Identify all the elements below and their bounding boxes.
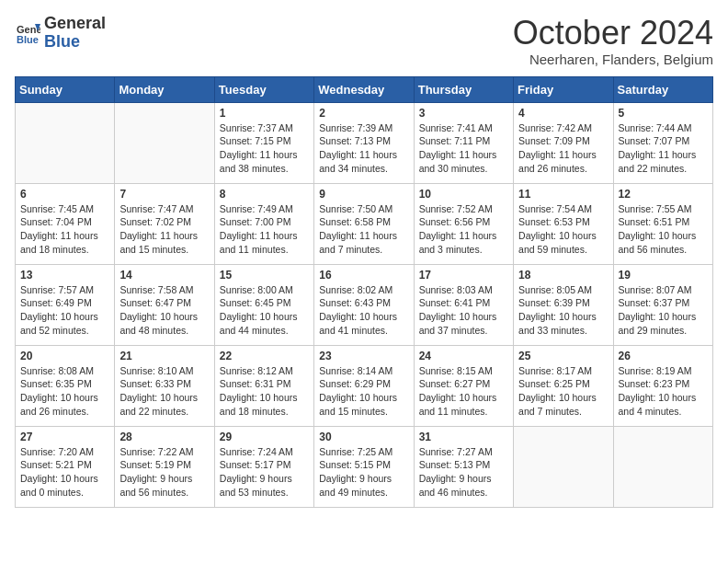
day-number: 1 <box>220 107 309 120</box>
day-info: Sunrise: 7:24 AM Sunset: 5:17 PM Dayligh… <box>220 445 309 500</box>
day-info: Sunrise: 8:10 AM Sunset: 6:33 PM Dayligh… <box>119 364 209 419</box>
calendar-day-cell: 8Sunrise: 7:49 AM Sunset: 7:00 PM Daylig… <box>214 183 313 264</box>
day-info: Sunrise: 7:50 AM Sunset: 6:58 PM Dayligh… <box>319 202 408 257</box>
calendar-day-cell: 1Sunrise: 7:37 AM Sunset: 7:15 PM Daylig… <box>214 102 313 183</box>
day-info: Sunrise: 8:15 AM Sunset: 6:27 PM Dayligh… <box>419 364 508 419</box>
day-info: Sunrise: 7:25 AM Sunset: 5:15 PM Dayligh… <box>319 445 408 500</box>
logo-text: General Blue <box>44 15 106 52</box>
day-number: 12 <box>619 188 708 201</box>
calendar-day-cell: 22Sunrise: 8:12 AM Sunset: 6:31 PM Dayli… <box>214 345 313 426</box>
calendar-day-cell: 10Sunrise: 7:52 AM Sunset: 6:56 PM Dayli… <box>414 183 513 264</box>
calendar-day-cell: 26Sunrise: 8:19 AM Sunset: 6:23 PM Dayli… <box>613 345 712 426</box>
calendar-day-cell: 25Sunrise: 8:17 AM Sunset: 6:25 PM Dayli… <box>514 345 613 426</box>
month-title: October 2024 <box>513 15 713 52</box>
day-info: Sunrise: 7:47 AM Sunset: 7:02 PM Dayligh… <box>119 202 209 257</box>
day-number: 16 <box>319 269 408 282</box>
day-info: Sunrise: 8:08 AM Sunset: 6:35 PM Dayligh… <box>20 364 109 419</box>
calendar-day-cell: 14Sunrise: 7:58 AM Sunset: 6:47 PM Dayli… <box>115 264 214 345</box>
calendar-day-cell: 13Sunrise: 7:57 AM Sunset: 6:49 PM Dayli… <box>16 264 115 345</box>
calendar-day-cell: 9Sunrise: 7:50 AM Sunset: 6:58 PM Daylig… <box>314 183 414 264</box>
day-number: 18 <box>518 269 608 282</box>
day-number: 20 <box>20 350 109 362</box>
day-number: 23 <box>319 350 408 362</box>
title-block: October 2024 Neerharen, Flanders, Belgiu… <box>513 15 713 67</box>
day-info: Sunrise: 7:45 AM Sunset: 7:04 PM Dayligh… <box>20 202 109 257</box>
day-number: 22 <box>220 350 309 362</box>
weekday-header: Friday <box>514 76 613 102</box>
calendar-week-row: 6Sunrise: 7:45 AM Sunset: 7:04 PM Daylig… <box>16 183 713 264</box>
calendar-day-cell: 30Sunrise: 7:25 AM Sunset: 5:15 PM Dayli… <box>314 426 414 507</box>
day-number: 15 <box>220 269 309 282</box>
day-number: 31 <box>419 431 508 443</box>
day-info: Sunrise: 7:49 AM Sunset: 7:00 PM Dayligh… <box>220 202 309 257</box>
day-info: Sunrise: 7:57 AM Sunset: 6:49 PM Dayligh… <box>20 283 109 338</box>
calendar-table: SundayMondayTuesdayWednesdayThursdayFrid… <box>15 76 713 508</box>
logo-icon: General Blue <box>15 20 40 46</box>
day-number: 2 <box>319 107 408 120</box>
day-info: Sunrise: 7:55 AM Sunset: 6:51 PM Dayligh… <box>619 202 708 257</box>
day-info: Sunrise: 7:37 AM Sunset: 7:15 PM Dayligh… <box>220 121 309 176</box>
day-number: 13 <box>20 269 109 282</box>
svg-text:Blue: Blue <box>17 34 39 45</box>
day-number: 17 <box>419 269 508 282</box>
calendar-day-cell <box>115 102 214 183</box>
weekday-header: Wednesday <box>314 76 414 102</box>
calendar-day-cell <box>514 426 613 507</box>
calendar-day-cell: 21Sunrise: 8:10 AM Sunset: 6:33 PM Dayli… <box>115 345 214 426</box>
day-number: 3 <box>419 107 508 120</box>
calendar-day-cell: 19Sunrise: 8:07 AM Sunset: 6:37 PM Dayli… <box>613 264 712 345</box>
calendar-day-cell: 16Sunrise: 8:02 AM Sunset: 6:43 PM Dayli… <box>314 264 414 345</box>
weekday-header: Monday <box>115 76 214 102</box>
day-info: Sunrise: 7:20 AM Sunset: 5:21 PM Dayligh… <box>20 445 109 500</box>
day-info: Sunrise: 8:02 AM Sunset: 6:43 PM Dayligh… <box>319 283 408 338</box>
day-info: Sunrise: 8:14 AM Sunset: 6:29 PM Dayligh… <box>319 364 408 419</box>
day-info: Sunrise: 8:03 AM Sunset: 6:41 PM Dayligh… <box>419 283 508 338</box>
day-info: Sunrise: 7:42 AM Sunset: 7:09 PM Dayligh… <box>518 121 608 176</box>
page-header: General Blue General Blue October 2024 N… <box>15 15 713 67</box>
calendar-day-cell: 27Sunrise: 7:20 AM Sunset: 5:21 PM Dayli… <box>16 426 115 507</box>
day-info: Sunrise: 7:27 AM Sunset: 5:13 PM Dayligh… <box>419 445 508 500</box>
calendar-day-cell: 2Sunrise: 7:39 AM Sunset: 7:13 PM Daylig… <box>314 102 414 183</box>
calendar-day-cell: 4Sunrise: 7:42 AM Sunset: 7:09 PM Daylig… <box>514 102 613 183</box>
day-info: Sunrise: 7:52 AM Sunset: 6:56 PM Dayligh… <box>419 202 508 257</box>
day-number: 5 <box>619 107 708 120</box>
calendar-day-cell <box>16 102 115 183</box>
day-number: 25 <box>518 350 608 362</box>
day-number: 4 <box>518 107 608 120</box>
day-info: Sunrise: 7:41 AM Sunset: 7:11 PM Dayligh… <box>419 121 508 176</box>
day-number: 28 <box>119 431 209 443</box>
day-number: 9 <box>319 188 408 201</box>
day-info: Sunrise: 8:19 AM Sunset: 6:23 PM Dayligh… <box>619 364 708 419</box>
weekday-header: Thursday <box>414 76 513 102</box>
weekday-header: Saturday <box>613 76 712 102</box>
weekday-header-row: SundayMondayTuesdayWednesdayThursdayFrid… <box>16 76 713 102</box>
day-info: Sunrise: 8:05 AM Sunset: 6:39 PM Dayligh… <box>518 283 608 338</box>
day-number: 7 <box>119 188 209 201</box>
calendar-week-row: 27Sunrise: 7:20 AM Sunset: 5:21 PM Dayli… <box>16 426 713 507</box>
day-info: Sunrise: 7:54 AM Sunset: 6:53 PM Dayligh… <box>518 202 608 257</box>
weekday-header: Tuesday <box>214 76 313 102</box>
calendar-day-cell: 23Sunrise: 8:14 AM Sunset: 6:29 PM Dayli… <box>314 345 414 426</box>
calendar-day-cell: 31Sunrise: 7:27 AM Sunset: 5:13 PM Dayli… <box>414 426 513 507</box>
calendar-day-cell: 11Sunrise: 7:54 AM Sunset: 6:53 PM Dayli… <box>514 183 613 264</box>
day-info: Sunrise: 8:00 AM Sunset: 6:45 PM Dayligh… <box>220 283 309 338</box>
calendar-day-cell: 7Sunrise: 7:47 AM Sunset: 7:02 PM Daylig… <box>115 183 214 264</box>
location: Neerharen, Flanders, Belgium <box>513 52 713 67</box>
day-number: 6 <box>20 188 109 201</box>
calendar-day-cell: 12Sunrise: 7:55 AM Sunset: 6:51 PM Dayli… <box>613 183 712 264</box>
calendar-day-cell: 5Sunrise: 7:44 AM Sunset: 7:07 PM Daylig… <box>613 102 712 183</box>
calendar-day-cell: 20Sunrise: 8:08 AM Sunset: 6:35 PM Dayli… <box>16 345 115 426</box>
calendar-week-row: 1Sunrise: 7:37 AM Sunset: 7:15 PM Daylig… <box>16 102 713 183</box>
day-number: 30 <box>319 431 408 443</box>
day-info: Sunrise: 7:44 AM Sunset: 7:07 PM Dayligh… <box>619 121 708 176</box>
day-info: Sunrise: 8:07 AM Sunset: 6:37 PM Dayligh… <box>619 283 708 338</box>
day-number: 11 <box>518 188 608 201</box>
calendar-day-cell: 28Sunrise: 7:22 AM Sunset: 5:19 PM Dayli… <box>115 426 214 507</box>
calendar-week-row: 20Sunrise: 8:08 AM Sunset: 6:35 PM Dayli… <box>16 345 713 426</box>
calendar-day-cell: 3Sunrise: 7:41 AM Sunset: 7:11 PM Daylig… <box>414 102 513 183</box>
day-number: 26 <box>619 350 708 362</box>
day-number: 21 <box>119 350 209 362</box>
day-number: 10 <box>419 188 508 201</box>
day-number: 27 <box>20 431 109 443</box>
day-number: 14 <box>119 269 209 282</box>
